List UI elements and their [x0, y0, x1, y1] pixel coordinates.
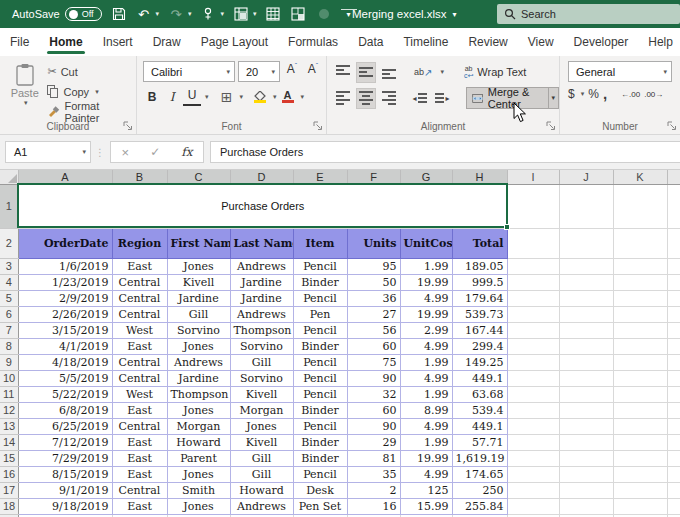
row-header-6[interactable]: 6 — [0, 306, 18, 322]
tab-draw[interactable]: Draw — [143, 28, 191, 56]
cell-J2[interactable] — [559, 228, 613, 258]
cell-D7[interactable]: Thompson — [230, 322, 293, 338]
italic-button[interactable]: I — [163, 87, 181, 106]
cell-L5[interactable] — [667, 290, 680, 306]
cell-F16[interactable]: 35 — [347, 466, 400, 482]
cell-L15[interactable] — [667, 450, 680, 466]
undo-icon[interactable]: ↶ — [136, 6, 152, 22]
cell-B10[interactable]: Central — [112, 370, 167, 386]
align-right-button[interactable] — [379, 88, 399, 109]
cell-C4[interactable]: Kivell — [167, 274, 230, 290]
column-header-B[interactable]: B — [112, 170, 167, 184]
cell-B7[interactable]: West — [112, 322, 167, 338]
cell-K17[interactable] — [613, 482, 667, 498]
row-header-9[interactable]: 9 — [0, 354, 18, 370]
cell-L13[interactable] — [667, 418, 680, 434]
cell-G16[interactable]: 4.99 — [400, 466, 452, 482]
cell-K1[interactable] — [613, 184, 667, 228]
increase-decimal-button[interactable]: ←.00 — [621, 90, 640, 99]
cell-B11[interactable]: West — [112, 386, 167, 402]
cut-button[interactable]: ✂ Cut — [47, 62, 136, 81]
cell-A9[interactable]: 4/18/2019 — [18, 354, 112, 370]
copy-dropdown-icon[interactable]: ▾ — [95, 88, 99, 96]
cell-E10[interactable]: Pencil — [293, 370, 347, 386]
cell-J6[interactable] — [559, 306, 613, 322]
cell-L11[interactable] — [667, 386, 680, 402]
cell-H7[interactable]: 167.44 — [452, 322, 507, 338]
wrap-text-button[interactable]: abc↩ Wrap Text — [460, 61, 531, 83]
cell-D10[interactable]: Sorvino — [230, 370, 293, 386]
column-header-K[interactable]: K — [613, 170, 667, 184]
cell-G3[interactable]: 1.99 — [400, 258, 452, 274]
cell-E7[interactable]: Pencil — [293, 322, 347, 338]
cell-K10[interactable] — [613, 370, 667, 386]
cell-A17[interactable]: 9/1/2019 — [18, 482, 112, 498]
cell-H14[interactable]: 57.71 — [452, 434, 507, 450]
cell-F15[interactable]: 81 — [347, 450, 400, 466]
cell-H18[interactable]: 255.84 — [452, 498, 507, 514]
row-header-5[interactable]: 5 — [0, 290, 18, 306]
align-left-button[interactable] — [333, 88, 353, 109]
cell-G12[interactable]: 8.99 — [400, 402, 452, 418]
column-header-C[interactable]: C — [167, 170, 230, 184]
row-header-4[interactable]: 4 — [0, 274, 18, 290]
cell-I7[interactable] — [507, 322, 559, 338]
tab-insert[interactable]: Insert — [93, 28, 143, 56]
cell-H9[interactable]: 149.25 — [452, 354, 507, 370]
row-header-12[interactable]: 12 — [0, 402, 18, 418]
tab-view[interactable]: View — [518, 28, 564, 56]
autosave-toggle[interactable]: AutoSave Off — [12, 7, 102, 21]
cell-J18[interactable] — [559, 498, 613, 514]
cell-A16[interactable]: 8/15/2019 — [18, 466, 112, 482]
cell-K6[interactable] — [613, 306, 667, 322]
cell-A13[interactable]: 6/25/2019 — [18, 418, 112, 434]
cell-H6[interactable]: 539.73 — [452, 306, 507, 322]
copy-button[interactable]: Copy ▾ — [47, 82, 136, 101]
comma-format-button[interactable]: , — [603, 89, 607, 99]
orientation-button[interactable]: ab↗ — [411, 62, 435, 83]
tab-timeline[interactable]: Timeline — [393, 28, 458, 56]
cell-J10[interactable] — [559, 370, 613, 386]
cell-K8[interactable] — [613, 338, 667, 354]
tab-file[interactable]: File — [0, 28, 39, 56]
cell-A12[interactable]: 6/8/2019 — [18, 402, 112, 418]
font-dialog-launcher-icon[interactable] — [313, 121, 323, 131]
cell-E6[interactable]: Pen — [293, 306, 347, 322]
cell-K2[interactable] — [613, 228, 667, 258]
cell-J14[interactable] — [559, 434, 613, 450]
touch-mode-icon[interactable] — [201, 6, 217, 22]
cell-F14[interactable]: 29 — [347, 434, 400, 450]
underline-dropdown-icon[interactable]: ▾ — [205, 93, 209, 101]
cell-I8[interactable] — [507, 338, 559, 354]
cell-A6[interactable]: 2/26/2019 — [18, 306, 112, 322]
cell-D5[interactable]: Jardine — [230, 290, 293, 306]
cell-C17[interactable]: Smith — [167, 482, 230, 498]
percent-format-button[interactable]: % — [588, 87, 599, 101]
cell-A3[interactable]: 1/6/2019 — [18, 258, 112, 274]
decrease-font-size-button[interactable]: Aˇ — [304, 62, 322, 81]
fill-color-button[interactable] — [251, 87, 269, 106]
undo-dropdown-icon[interactable]: ▾ — [156, 10, 160, 18]
font-size-select[interactable]: 20 ▾ — [238, 61, 280, 82]
cell-L14[interactable] — [667, 434, 680, 450]
cell-A10[interactable]: 5/5/2019 — [18, 370, 112, 386]
cell-G17[interactable]: 125 — [400, 482, 452, 498]
cell-L10[interactable] — [667, 370, 680, 386]
cell-E16[interactable]: Pencil — [293, 466, 347, 482]
cell-D13[interactable]: Jones — [230, 418, 293, 434]
cell-I13[interactable] — [507, 418, 559, 434]
column-header-A[interactable]: A — [18, 170, 112, 184]
cell-L17[interactable] — [667, 482, 680, 498]
cell-F5[interactable]: 36 — [347, 290, 400, 306]
bottom-align-button[interactable] — [379, 62, 399, 83]
cell-K11[interactable] — [613, 386, 667, 402]
cell-D12[interactable]: Morgan — [230, 402, 293, 418]
cell-H4[interactable]: 999.5 — [452, 274, 507, 290]
cell-L9[interactable] — [667, 354, 680, 370]
cell-G4[interactable]: 19.99 — [400, 274, 452, 290]
row-header-17[interactable]: 17 — [0, 482, 18, 498]
cell-D15[interactable]: Gill — [230, 450, 293, 466]
header-cell-region[interactable]: Region — [112, 228, 167, 258]
cell-D6[interactable]: Andrews — [230, 306, 293, 322]
autosave-pill[interactable]: Off — [65, 7, 102, 21]
